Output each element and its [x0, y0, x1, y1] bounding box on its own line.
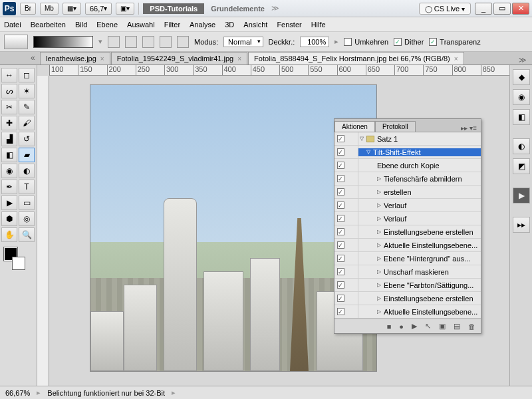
dither-checkbox[interactable]: ✓Dither [394, 38, 424, 46]
layers-icon[interactable]: ◆ [513, 69, 530, 85]
menu-auswahl[interactable]: Auswahl [127, 21, 155, 29]
trash-icon[interactable]: 🗑 [468, 323, 475, 331]
blur-tool[interactable]: ◉ [1, 164, 17, 178]
pen-tool[interactable]: ✒ [1, 180, 17, 194]
action-row[interactable]: ✓▷ Unscharf maskieren [334, 265, 481, 279]
workspace-name[interactable]: Grundelemente [211, 5, 265, 13]
record-icon[interactable]: ● [399, 323, 404, 331]
gradient-diamond-icon[interactable] [177, 36, 189, 48]
gradient-linear-icon[interactable] [108, 36, 120, 48]
menu-filter[interactable]: Filter [164, 21, 180, 29]
action-row[interactable]: ✓▷ Einstellungsebene erstellen [334, 292, 481, 305]
background-swatch[interactable] [12, 257, 25, 270]
close-icon[interactable]: × [100, 55, 104, 63]
menu-ansicht[interactable]: Ansicht [243, 21, 267, 29]
gradient-tool[interactable]: ▰ [19, 148, 35, 162]
close-icon[interactable]: × [237, 55, 241, 63]
action-row[interactable]: ✓▷ Verlauf [334, 199, 481, 212]
maximize-button[interactable]: ▭ [493, 3, 511, 15]
action-row[interactable]: ✓▽ Satz 1 [334, 132, 481, 146]
tab-protokoll[interactable]: Protokoll [375, 121, 416, 132]
scroll-tabs-left[interactable]: « [31, 53, 35, 63]
menu-analyse[interactable]: Analyse [190, 21, 215, 29]
cslive-button[interactable]: ◯ CS Live ▾ [419, 3, 471, 15]
workspace-label[interactable]: PSD-Tutorials [143, 3, 204, 14]
action-row[interactable]: ✓▷ Verlauf [334, 212, 481, 225]
action-row[interactable]: ✓▷ erstellen [334, 186, 481, 199]
hand-tool[interactable]: ✋ [1, 227, 17, 242]
file-tab[interactable]: Fotolia_8588494_S_Felix Horstmann.jpg be… [248, 52, 464, 65]
screen-mode-button[interactable]: ▣▾ [116, 3, 134, 15]
new-set-icon[interactable]: ▣ [439, 322, 446, 331]
3d-tool[interactable]: ⬢ [1, 211, 17, 226]
eraser-tool[interactable]: ◧ [1, 148, 17, 162]
file-tab[interactable]: Fotolia_19542249_S_vladimir41.jpg× [111, 52, 247, 65]
close-button[interactable]: ✕ [512, 3, 529, 15]
status-message: Belichtung funktioniert nur bei 32-Bit [47, 389, 165, 397]
menu-bild[interactable]: Bild [75, 21, 87, 29]
play-icon[interactable]: ▶ [412, 322, 417, 331]
stamp-tool[interactable]: ▟ [1, 132, 17, 146]
channels-icon[interactable]: ◉ [513, 89, 530, 105]
reverse-checkbox[interactable]: Umkehren [344, 38, 388, 46]
menu-3d[interactable]: 3D [225, 21, 234, 29]
status-zoom[interactable]: 66,67% [5, 389, 30, 397]
action-row[interactable]: ✓▽ Tilt-Shift-Effekt [334, 146, 481, 159]
type-tool[interactable]: T [19, 180, 35, 194]
stop-icon[interactable]: ■ [387, 323, 392, 331]
menu-hilfe[interactable]: Hilfe [311, 21, 326, 29]
action-row[interactable]: ✓▷ Ebene "Farbton/Sättigung... [334, 279, 481, 292]
zoom-tool[interactable]: 🔍 [19, 227, 35, 242]
panel-collapse-icon[interactable]: ▸▸ [513, 217, 530, 233]
minibridge-button[interactable]: Mb [40, 3, 59, 15]
close-icon[interactable]: × [454, 55, 458, 63]
menu-ebene[interactable]: Ebene [96, 21, 118, 29]
color-swatches[interactable] [1, 247, 28, 270]
gradient-sample[interactable] [33, 36, 93, 48]
tab-aktionen[interactable]: Aktionen [334, 121, 375, 132]
3d-camera-tool[interactable]: ◎ [19, 211, 35, 226]
ruler-horizontal: 100150200250 300350400450 500550600650 7… [49, 65, 509, 76]
new-action-icon[interactable]: ▤ [454, 322, 460, 331]
mode-select[interactable]: Normal [223, 37, 263, 47]
shape-tool[interactable]: ▭ [19, 196, 35, 210]
toolbox: ↔◻ ᔕ✶ ✂✎ ✚🖌 ▟↺ ◧▰ ◉◐ ✒T ▶▭ ⬢◎ ✋🔍 [0, 65, 37, 386]
panel-menu-icon[interactable]: ▸▸ ▾≡ [457, 124, 481, 132]
action-row[interactable]: ✓Ebene durch Kopie [334, 159, 481, 172]
path-select-tool[interactable]: ▶ [1, 196, 17, 210]
action-row[interactable]: ✓▷ Tiefenschärfe abmildern [334, 172, 481, 186]
history-brush-tool[interactable]: ↺ [19, 132, 35, 146]
file-tab[interactable]: lenathewise.jpg× [40, 52, 110, 65]
menu-datei[interactable]: Datei [4, 21, 21, 29]
transparency-checkbox[interactable]: ✓Transparenz [429, 38, 480, 46]
lasso-tool[interactable]: ᔕ [1, 84, 17, 98]
scroll-tabs-right[interactable]: ≫ [513, 56, 532, 65]
eyedropper-tool[interactable]: ✎ [19, 100, 35, 114]
heal-tool[interactable]: ✚ [1, 116, 17, 130]
arrange-button[interactable]: ▦▾ [63, 3, 81, 15]
gradient-reflected-icon[interactable] [160, 36, 172, 48]
dodge-tool[interactable]: ◐ [19, 164, 35, 178]
wand-tool[interactable]: ✶ [19, 84, 35, 98]
action-row[interactable]: ✓▷ Einstellungsebene erstellen [334, 225, 481, 239]
minimize-button[interactable]: _ [475, 3, 492, 15]
crop-tool[interactable]: ✂ [1, 100, 17, 114]
action-row[interactable]: ✓▷ Aktuelle Einstellungsebene... [334, 239, 481, 252]
gradient-radial-icon[interactable] [125, 36, 137, 48]
current-tool-preset[interactable] [4, 35, 28, 49]
menu-bearbeiten[interactable]: Bearbeiten [31, 21, 66, 29]
zoom-combo[interactable]: 66,7 ▾ [85, 3, 112, 15]
marquee-tool[interactable]: ◻ [19, 68, 35, 82]
styles-icon[interactable]: ◩ [513, 158, 530, 174]
bridge-button[interactable]: Br [20, 3, 36, 15]
action-row[interactable]: ✓▷ Ebene "Hintergrund" aus... [334, 252, 481, 265]
action-row[interactable]: ✓▷ Aktuelle Einstellungsebene... [334, 305, 481, 319]
adjustment-icon[interactable]: ◐ [513, 138, 530, 154]
paths-icon[interactable]: ◧ [513, 109, 530, 125]
menu-fenster[interactable]: Fenster [277, 21, 301, 29]
gradient-angle-icon[interactable] [142, 36, 154, 48]
opacity-value[interactable]: 100% [300, 37, 329, 47]
move-tool[interactable]: ↔ [1, 68, 17, 82]
brush-tool[interactable]: 🖌 [19, 116, 35, 130]
actions-icon[interactable]: ▶ [513, 188, 530, 203]
